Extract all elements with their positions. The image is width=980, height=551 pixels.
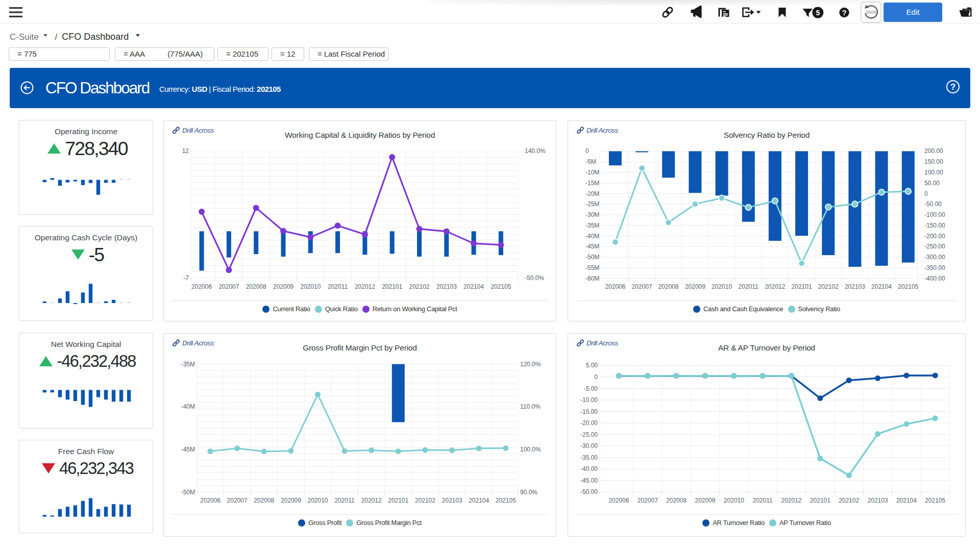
svg-text:202103: 202103 [845, 283, 865, 290]
svg-text:150.00: 150.00 [924, 158, 943, 165]
svg-text:202008: 202008 [666, 497, 687, 504]
svg-text:202101: 202101 [382, 283, 402, 290]
svg-text:202101: 202101 [388, 497, 408, 504]
svg-text:0: 0 [924, 190, 928, 197]
svg-text:-60M: -60M [585, 275, 599, 282]
svg-text:202009: 202009 [273, 283, 293, 290]
svg-text:-10.00: -10.00 [580, 396, 598, 404]
svg-text:100.00: 100.00 [924, 169, 943, 176]
svg-text:120.0%: 120.0% [520, 361, 541, 368]
svg-text:0: 0 [585, 147, 589, 155]
svg-text:202104: 202104 [871, 283, 892, 290]
svg-text:202007: 202007 [218, 283, 239, 290]
svg-text:202011: 202011 [739, 283, 758, 290]
svg-text:-45M: -45M [585, 243, 599, 250]
svg-text:202006: 202006 [200, 497, 220, 504]
svg-text:-40M: -40M [585, 233, 599, 240]
svg-text:-200.00: -200.00 [924, 233, 945, 240]
svg-text:202105: 202105 [491, 283, 511, 290]
svg-text:-100.00: -100.00 [924, 211, 945, 218]
svg-text:202012: 202012 [361, 497, 382, 504]
svg-text:202007: 202007 [632, 283, 652, 290]
svg-text:202011: 202011 [335, 497, 355, 504]
svg-text:202008: 202008 [254, 497, 274, 504]
svg-text:202102: 202102 [818, 283, 839, 290]
svg-text:202105: 202105 [496, 497, 516, 504]
svg-text:202101: 202101 [810, 497, 830, 504]
svg-text:202010: 202010 [712, 283, 732, 290]
svg-text:202010: 202010 [300, 283, 321, 290]
svg-text:-20M: -20M [585, 190, 599, 197]
svg-text:-40.00: -40.00 [580, 465, 598, 472]
svg-text:202007: 202007 [638, 497, 658, 504]
svg-text:202006: 202006 [605, 283, 625, 290]
svg-text:5: 5 [816, 9, 820, 17]
svg-text:202008: 202008 [246, 283, 266, 290]
svg-text:-350.00: -350.00 [924, 264, 945, 271]
svg-text:140.0%: 140.0% [525, 147, 546, 155]
svg-text:-45M: -45M [181, 446, 195, 453]
svg-text:202103: 202103 [436, 283, 457, 290]
svg-text:202102: 202102 [409, 283, 429, 290]
svg-text:202102: 202102 [415, 497, 435, 504]
svg-text:-15M: -15M [585, 180, 599, 187]
svg-text:202009: 202009 [281, 497, 301, 504]
svg-text:-250.00: -250.00 [924, 243, 945, 250]
svg-text:-30M: -30M [585, 211, 599, 218]
svg-text:-55M: -55M [585, 264, 599, 271]
svg-text:-10M: -10M [585, 169, 599, 176]
svg-text:202009: 202009 [695, 497, 715, 504]
svg-text:202011: 202011 [753, 497, 773, 504]
svg-text:202103: 202103 [442, 497, 462, 504]
svg-text:202006: 202006 [608, 497, 629, 504]
svg-text:50.00: 50.00 [924, 180, 940, 187]
svg-text:-5.00: -5.00 [584, 385, 598, 392]
svg-text:202007: 202007 [227, 497, 248, 504]
svg-text:?: ? [950, 82, 955, 92]
svg-text:100.0%: 100.0% [520, 446, 541, 453]
svg-text:202012: 202012 [355, 283, 375, 290]
svg-text:5.00: 5.00 [586, 362, 598, 369]
svg-text:3509: 3509 [866, 9, 876, 15]
svg-text:12: 12 [182, 147, 189, 155]
svg-text:202103: 202103 [868, 497, 888, 504]
svg-text:-50.00: -50.00 [580, 488, 598, 495]
svg-text:202105: 202105 [925, 497, 945, 504]
svg-text:-300.00: -300.00 [924, 254, 945, 261]
svg-text:-35M: -35M [585, 222, 599, 229]
svg-text:110.0%: 110.0% [520, 403, 541, 410]
svg-text:-150.00: -150.00 [924, 222, 945, 229]
svg-text:90.0%: 90.0% [520, 489, 537, 496]
svg-text:202105: 202105 [898, 283, 918, 290]
svg-text:202010: 202010 [307, 497, 328, 504]
svg-text:-35M: -35M [181, 361, 195, 368]
svg-text:?: ? [842, 8, 846, 17]
svg-text:0: 0 [594, 373, 598, 381]
svg-text:202012: 202012 [765, 283, 785, 290]
svg-text:-50.0%: -50.0% [525, 274, 544, 282]
svg-text:202102: 202102 [839, 497, 859, 504]
svg-text:-50.00: -50.00 [924, 201, 942, 208]
svg-text:-7: -7 [183, 274, 189, 282]
svg-text:-25.00: -25.00 [580, 431, 598, 438]
svg-text:202009: 202009 [685, 283, 705, 290]
svg-text:202011: 202011 [328, 283, 348, 290]
svg-text:202008: 202008 [658, 283, 679, 290]
svg-text:-30.00: -30.00 [580, 442, 598, 449]
svg-text:-50M: -50M [181, 489, 195, 496]
svg-text:202104: 202104 [463, 283, 484, 290]
svg-text:202104: 202104 [469, 497, 489, 504]
svg-text:202104: 202104 [896, 497, 917, 504]
svg-text:-35.00: -35.00 [580, 454, 598, 461]
svg-text:-400.00: -400.00 [924, 275, 945, 282]
svg-text:202101: 202101 [792, 283, 812, 290]
svg-text:202012: 202012 [781, 497, 801, 504]
svg-text:200.00: 200.00 [924, 147, 943, 155]
svg-text:202010: 202010 [724, 497, 744, 504]
svg-text:-45.00: -45.00 [580, 477, 598, 484]
svg-text:202006: 202006 [191, 283, 212, 290]
svg-text:-25M: -25M [585, 201, 599, 208]
svg-text:-15.00: -15.00 [580, 408, 598, 415]
svg-text:-20.00: -20.00 [580, 419, 598, 427]
svg-text:-40M: -40M [181, 403, 195, 410]
